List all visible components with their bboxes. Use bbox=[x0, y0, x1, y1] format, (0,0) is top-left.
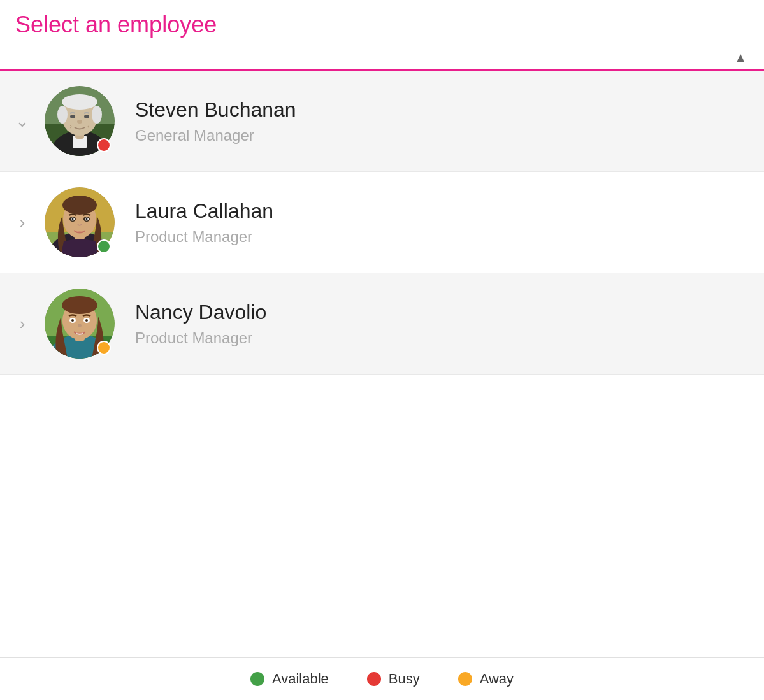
svg-point-10 bbox=[70, 115, 75, 118]
busy-dot bbox=[367, 672, 381, 686]
employee-name: Nancy Davolio bbox=[135, 301, 266, 324]
chevron-right-icon: › bbox=[13, 315, 32, 332]
svg-point-9 bbox=[92, 106, 102, 124]
status-dot-away bbox=[97, 341, 111, 355]
svg-point-25 bbox=[86, 218, 88, 220]
legend-bar: Available Busy Away bbox=[0, 657, 764, 700]
away-label: Away bbox=[480, 671, 514, 687]
employee-item[interactable]: › bbox=[0, 172, 764, 273]
svg-point-11 bbox=[84, 115, 89, 118]
employee-name: Laura Callahan bbox=[135, 199, 273, 223]
svg-point-32 bbox=[62, 296, 97, 314]
svg-point-36 bbox=[85, 319, 88, 322]
chevron-down-icon: ⌄ bbox=[13, 113, 32, 129]
legend-item-available: Available bbox=[250, 671, 329, 687]
employee-item[interactable]: › bbox=[0, 273, 764, 375]
list-container: ⌄ bbox=[0, 71, 764, 657]
svg-point-8 bbox=[57, 106, 68, 124]
status-dot-busy bbox=[97, 138, 111, 152]
available-label: Available bbox=[272, 671, 329, 687]
avatar-wrapper bbox=[45, 86, 115, 156]
page-title: Select an employee bbox=[0, 0, 764, 47]
employee-role: Product Manager bbox=[135, 228, 273, 246]
collapse-btn-row: ▲ bbox=[0, 47, 764, 69]
available-dot bbox=[250, 672, 264, 686]
employee-info: Nancy Davolio Product Manager bbox=[135, 301, 266, 347]
collapse-button[interactable]: ▲ bbox=[727, 47, 754, 69]
legend-item-away: Away bbox=[458, 671, 514, 687]
employee-item[interactable]: ⌄ bbox=[0, 71, 764, 172]
avatar-wrapper bbox=[45, 289, 115, 359]
status-dot-available bbox=[97, 239, 111, 254]
svg-point-24 bbox=[72, 218, 74, 220]
svg-point-12 bbox=[77, 120, 82, 124]
employee-info: Steven Buchanan General Manager bbox=[135, 98, 296, 145]
busy-label: Busy bbox=[389, 671, 420, 687]
svg-point-19 bbox=[62, 196, 97, 215]
chevron-right-icon: › bbox=[13, 214, 32, 231]
employee-role: General Manager bbox=[135, 127, 296, 145]
legend-item-busy: Busy bbox=[367, 671, 420, 687]
employee-list[interactable]: ⌄ bbox=[0, 71, 764, 657]
away-dot bbox=[458, 672, 472, 686]
employee-name: Steven Buchanan bbox=[135, 98, 296, 122]
svg-point-35 bbox=[71, 319, 74, 322]
svg-point-37 bbox=[78, 324, 82, 327]
svg-point-7 bbox=[62, 94, 97, 110]
avatar-wrapper bbox=[45, 187, 115, 257]
employee-role: Product Manager bbox=[135, 329, 266, 347]
employee-info: Laura Callahan Product Manager bbox=[135, 199, 273, 246]
